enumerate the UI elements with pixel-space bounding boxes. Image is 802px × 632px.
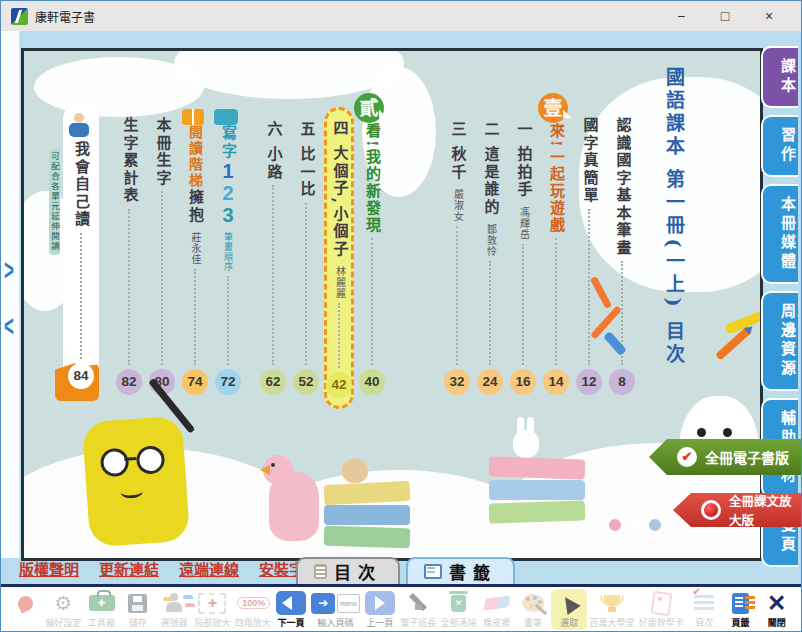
book-decoration	[324, 526, 411, 549]
toolbar-item-prev-page[interactable]: 上一頁	[362, 589, 398, 630]
left-nav-strip	[1, 31, 20, 558]
toolbar-item-eraser[interactable]: 橡皮擦	[479, 589, 515, 630]
toolbar-item-corner-zoom[interactable]: 100%四角放大	[233, 589, 273, 630]
toolbar-item-million-academy[interactable]: 百萬大學堂	[588, 589, 637, 630]
toolbar-item-toolbox[interactable]: 工具箱	[84, 589, 120, 630]
toc-column-lesson[interactable]: 五 比一比52	[291, 65, 321, 395]
toc-column-lesson[interactable]: 二 這是誰的鄒敦怜24	[475, 65, 505, 395]
link-copyright[interactable]: 版權聲明	[19, 558, 79, 579]
toolbar-item-select[interactable]: 選取	[551, 589, 587, 630]
dotted-leader	[161, 191, 163, 365]
side-tab-textbook[interactable]: 課本	[761, 46, 798, 108]
page-number[interactable]: 42	[326, 372, 352, 398]
toolbar-item-label: 電子班長	[400, 616, 436, 629]
toc-column-lesson[interactable]: 三 秋千嚴淑女32	[442, 65, 472, 395]
page-number[interactable]: 74	[182, 369, 208, 395]
trophy-icon	[604, 595, 620, 607]
toc-entry-text: 一 拍拍手	[514, 121, 532, 199]
page-number[interactable]: 16	[510, 369, 536, 395]
toc-column-section[interactable]: 生字累計表82	[114, 65, 144, 395]
toc-column-section[interactable]: 本冊生字80	[147, 65, 177, 395]
toolbar-item-pin[interactable]	[7, 589, 43, 617]
page-number[interactable]: 14	[543, 369, 569, 395]
full-text-zoom-label: 全冊課文放大版	[729, 491, 802, 529]
toc-column-lesson[interactable]: 四 大個子,小個子林麗麗42	[324, 107, 354, 409]
side-tab-workbook[interactable]: 習作	[761, 115, 798, 177]
digit: 1	[217, 160, 239, 182]
flowers-decoration	[609, 519, 661, 531]
toolbar: 偏好設定工具箱儲存選號器局部放大100%四角放大下一頁menu輸入頁碼上一頁電子…	[1, 584, 801, 631]
page-number[interactable]: 84	[68, 363, 94, 389]
page-forward-arrow[interactable]: >	[4, 254, 14, 288]
yellow-monster-decoration	[82, 416, 190, 548]
toc-entry-text: 四 大個子,小個子	[330, 120, 348, 258]
full-ebook-button[interactable]: 全冊電子書版	[649, 439, 801, 475]
toc-column-feature[interactable]: 寫字123筆畫順序72	[213, 65, 243, 395]
tab-bookmark[interactable]: 書籤	[406, 557, 515, 584]
toolbar-item-page-input[interactable]: menu輸入頁碼	[309, 589, 361, 630]
page-number[interactable]: 12	[576, 369, 602, 395]
toolbar-item-brush[interactable]: 畫筆	[515, 589, 551, 630]
toc-entry-text: 六 小路	[264, 121, 282, 181]
page-back-arrow[interactable]: <	[4, 310, 14, 344]
toolbar-item-close-app[interactable]: 關閉	[759, 589, 795, 630]
bookbadge-icon	[182, 109, 204, 125]
toc-column-lesson[interactable]: 一 拍拍手馮輝岳16	[508, 65, 538, 395]
toc-column-feature[interactable]: 閱讀階梯擁抱莊永佳74	[180, 65, 210, 395]
author-name: 馮輝岳	[518, 207, 529, 240]
toolbar-item-preferences[interactable]: 偏好設定	[43, 589, 83, 630]
prev-page-icon-box	[365, 590, 395, 616]
page-number[interactable]: 62	[260, 369, 286, 395]
toc-entry: 本冊生字	[154, 117, 171, 187]
toc-column-section[interactable]: 國字真簡單12	[574, 65, 604, 395]
pin-icon	[15, 593, 35, 613]
toolbar-item-save[interactable]: 儲存	[120, 589, 156, 630]
page-number[interactable]: 8	[609, 369, 635, 395]
toc-entry: 寫字123筆畫順序	[214, 109, 243, 272]
toc-column-lesson[interactable]: 六 小路62	[258, 65, 288, 395]
minimize-button[interactable]: −	[659, 8, 703, 24]
menujump-icon	[311, 593, 335, 614]
page-number[interactable]: 40	[359, 369, 385, 395]
page-number[interactable]: 32	[444, 369, 470, 395]
toolbar-item-e-class-leader[interactable]: 電子班長	[398, 589, 438, 630]
trash-icon	[451, 595, 466, 612]
full-text-zoom-button[interactable]: 全冊課文放大版	[673, 493, 802, 527]
toc-column-readself[interactable]: 我會自己讀可配合各單元延伸閱讀84	[63, 103, 99, 395]
toolbar-item-page-tabs[interactable]: 頁籤	[722, 589, 758, 630]
page-number[interactable]: 82	[116, 369, 142, 395]
title-bar: 康軒電子書 − □ ×	[1, 1, 801, 31]
mascot-eye	[697, 428, 706, 437]
link-remote-connect[interactable]: 遠端連線	[179, 558, 239, 579]
window-close-button[interactable]: ×	[747, 8, 791, 24]
footer-links: 版權聲明更新連結遠端連線安裝字型	[19, 558, 319, 579]
side-tab-book-media[interactable]: 本冊媒體	[761, 184, 798, 284]
link-update-link[interactable]: 更新連結	[99, 558, 159, 579]
toolbar-item-partial-zoom[interactable]: 局部放大	[192, 589, 232, 630]
book-decoration	[489, 456, 586, 479]
tab-bookmark-label: 書籤	[449, 559, 497, 584]
toolbar-item-number-picker[interactable]: 選號器	[156, 589, 192, 630]
page-tabs-icon-box	[732, 590, 749, 616]
digit: 2	[217, 182, 239, 204]
toc-column-unit[interactable]: 貳ㄦˋ看!我的新發現40	[357, 65, 387, 395]
toolbar-item-next-page[interactable]: 下一頁	[273, 589, 309, 630]
toc-column-unit[interactable]: 壹ㄧ來!一起玩遊戲14	[541, 65, 571, 395]
toc-entry-text: 本冊生字	[153, 117, 171, 187]
toolbar-item-teaching-cards[interactable]: 好康教學卡	[637, 589, 686, 630]
toolbar-item-clear-all[interactable]: 全部清除	[438, 589, 478, 630]
unit-badge: 貳ㄦˋ	[354, 93, 384, 123]
dotted-leader	[555, 238, 557, 365]
tab-toc[interactable]: 目次	[296, 557, 400, 584]
side-tab-resources[interactable]: 周邊資源	[761, 291, 798, 391]
book-decoration	[324, 481, 411, 505]
toolbar-item-label: 全部清除	[440, 616, 476, 629]
cards-icon	[650, 590, 672, 615]
page-number[interactable]: 52	[293, 369, 319, 395]
toolbar-item-toc-tool[interactable]: 目次	[686, 589, 722, 630]
maximize-button[interactable]: □	[703, 8, 747, 24]
toolbox-icon-box	[89, 590, 115, 616]
toc-entry: 六 小路	[265, 121, 282, 181]
page-number[interactable]: 72	[215, 369, 241, 395]
page-number[interactable]: 24	[477, 369, 503, 395]
